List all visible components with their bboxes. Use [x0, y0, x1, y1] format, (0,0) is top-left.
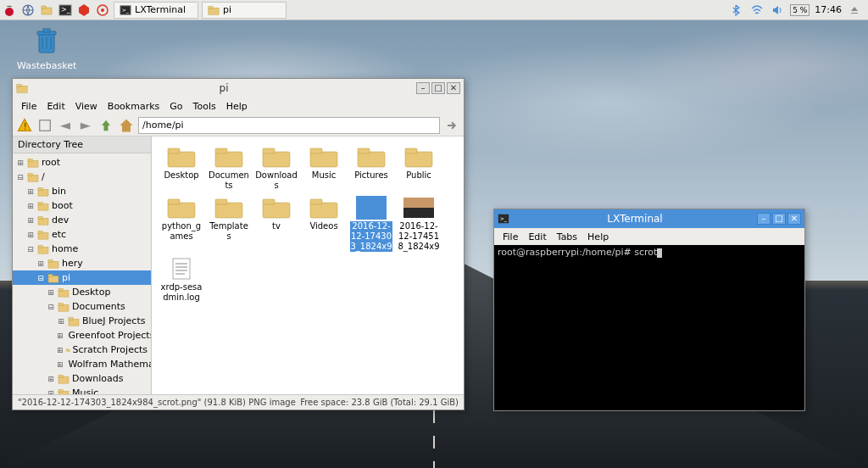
menu-raspberry-icon[interactable]: [2, 3, 17, 18]
tree-item[interactable]: ⊞Music: [13, 386, 151, 394]
wastebasket-label: Wastebasket: [17, 60, 76, 71]
menu-help[interactable]: Help: [582, 230, 614, 244]
file-item[interactable]: python_games: [159, 194, 204, 254]
fm-toolbar: ! ◄ ► /home/pi: [13, 114, 464, 136]
forward-button[interactable]: ►: [77, 117, 94, 134]
svg-rect-76: [173, 259, 190, 279]
warning-icon[interactable]: !: [16, 117, 33, 134]
fm-content[interactable]: DesktopDocumentsDownloadsMusicPicturesPu…: [152, 136, 464, 394]
svg-rect-32: [38, 232, 48, 239]
svg-rect-52: [58, 376, 69, 383]
file-item[interactable]: Desktop: [159, 143, 204, 192]
svg-rect-71: [215, 199, 227, 204]
home-button[interactable]: [118, 117, 135, 134]
svg-rect-40: [58, 290, 69, 297]
file-item[interactable]: Templates: [206, 194, 252, 254]
svg-rect-33: [38, 231, 42, 233]
volume-icon[interactable]: [770, 3, 785, 18]
folder-icon: [403, 145, 434, 169]
tree-item[interactable]: ⊞Wolfram Mathematica: [13, 357, 151, 371]
file-label: Documents: [208, 170, 250, 191]
browser-icon[interactable]: [20, 3, 36, 18]
file-item[interactable]: xrdp-sesadmin.log: [159, 255, 204, 304]
taskbar: >_ >_LXTerminalpi 5 % 17:46: [0, 0, 868, 20]
tree-item[interactable]: ⊞bin: [13, 184, 151, 198]
menu-bookmarks[interactable]: Bookmarks: [103, 99, 164, 114]
fm-menubar: FileEditViewBookmarksGoToolsHelp: [13, 98, 464, 114]
up-button[interactable]: [97, 117, 114, 134]
mathematica-icon[interactable]: [76, 3, 92, 18]
task-button[interactable]: pi: [202, 2, 287, 19]
tree-item[interactable]: ⊞Desktop: [13, 285, 151, 299]
tree-item[interactable]: ⊞etc: [13, 227, 151, 242]
go-button[interactable]: [443, 117, 460, 134]
terminal-body[interactable]: root@raspberrypi:/home/pi# scrot: [494, 245, 804, 410]
file-item[interactable]: 2016-12-12-174518_1824x984_scr...: [396, 194, 442, 254]
maximize-button[interactable]: □: [431, 82, 445, 94]
file-item[interactable]: Videos: [301, 194, 347, 254]
file-label: 2016-12-12-174303_1824x984_scr...: [350, 221, 392, 252]
tree-item[interactable]: ⊟Documents: [13, 299, 151, 314]
tree-item[interactable]: ⊟/: [13, 170, 151, 184]
file-item[interactable]: Pictures: [348, 143, 394, 192]
tree-item[interactable]: ⊞Scratch Projects: [13, 343, 151, 357]
wastebasket[interactable]: Wastebasket: [17, 25, 76, 71]
bluetooth-icon[interactable]: [729, 3, 744, 18]
tree-item[interactable]: ⊞root: [13, 155, 151, 170]
tree-item[interactable]: ⊞Downloads: [13, 371, 151, 386]
svg-rect-56: [168, 152, 195, 167]
tree-item[interactable]: ⊟home: [13, 242, 151, 256]
fm-titlebar[interactable]: pi – □ ✕: [13, 79, 464, 98]
folder-icon: [166, 145, 197, 169]
menu-tabs[interactable]: Tabs: [552, 230, 582, 244]
minimize-button[interactable]: –: [416, 82, 430, 94]
filemanager-icon[interactable]: [39, 3, 54, 18]
menu-tools[interactable]: Tools: [188, 99, 221, 114]
menu-help[interactable]: Help: [221, 99, 253, 114]
svg-rect-66: [405, 152, 432, 167]
clock[interactable]: 17:46: [815, 4, 842, 15]
svg-rect-73: [263, 199, 275, 204]
svg-rect-44: [69, 319, 79, 326]
menu-go[interactable]: Go: [164, 99, 187, 114]
tree-item[interactable]: ⊞boot: [13, 198, 151, 213]
wolfram-icon[interactable]: [95, 3, 110, 18]
back-button[interactable]: ◄: [57, 117, 74, 134]
file-item[interactable]: 2016-12-12-174303_1824x984_scr...: [348, 194, 394, 254]
file-label: Public: [398, 170, 440, 181]
menu-edit[interactable]: Edit: [523, 230, 551, 244]
svg-rect-41: [58, 288, 63, 291]
tree-item[interactable]: ⊟pi: [13, 270, 151, 285]
battery-indicator[interactable]: 5 %: [790, 4, 810, 16]
menu-file[interactable]: File: [498, 230, 523, 244]
terminal-icon: >_: [498, 213, 509, 225]
term-titlebar[interactable]: >_ LXTerminal – □ ✕: [494, 209, 804, 228]
file-item[interactable]: Downloads: [253, 143, 299, 192]
svg-rect-11: [209, 6, 213, 8]
terminal-icon[interactable]: >_: [58, 3, 73, 18]
svg-rect-22: [28, 160, 38, 167]
file-item[interactable]: Music: [301, 143, 347, 192]
menu-view[interactable]: View: [70, 99, 103, 114]
svg-rect-74: [310, 203, 337, 218]
svg-rect-14: [43, 29, 50, 32]
task-button[interactable]: >_LXTerminal: [114, 2, 198, 19]
minimize-button[interactable]: –: [757, 213, 771, 225]
svg-text:>_: >_: [61, 6, 71, 14]
tree-item[interactable]: ⊞Greenfoot Projects: [13, 328, 151, 343]
file-item[interactable]: Public: [396, 143, 442, 192]
menu-file[interactable]: File: [16, 99, 42, 114]
close-button[interactable]: ✕: [447, 82, 460, 94]
tree-item[interactable]: ⊞hery: [13, 256, 151, 270]
menu-edit[interactable]: Edit: [42, 99, 70, 114]
wifi-icon[interactable]: [749, 3, 765, 18]
tree-item[interactable]: ⊞dev: [13, 213, 151, 227]
file-item[interactable]: tv: [253, 194, 299, 254]
maximize-button[interactable]: □: [772, 213, 786, 225]
tree-item[interactable]: ⊞BlueJ Projects: [13, 314, 151, 328]
eject-icon[interactable]: [847, 3, 862, 18]
new-tab-button[interactable]: [36, 117, 53, 134]
close-button[interactable]: ✕: [787, 213, 801, 225]
file-item[interactable]: Documents: [206, 143, 252, 192]
address-bar[interactable]: /home/pi: [138, 117, 440, 134]
